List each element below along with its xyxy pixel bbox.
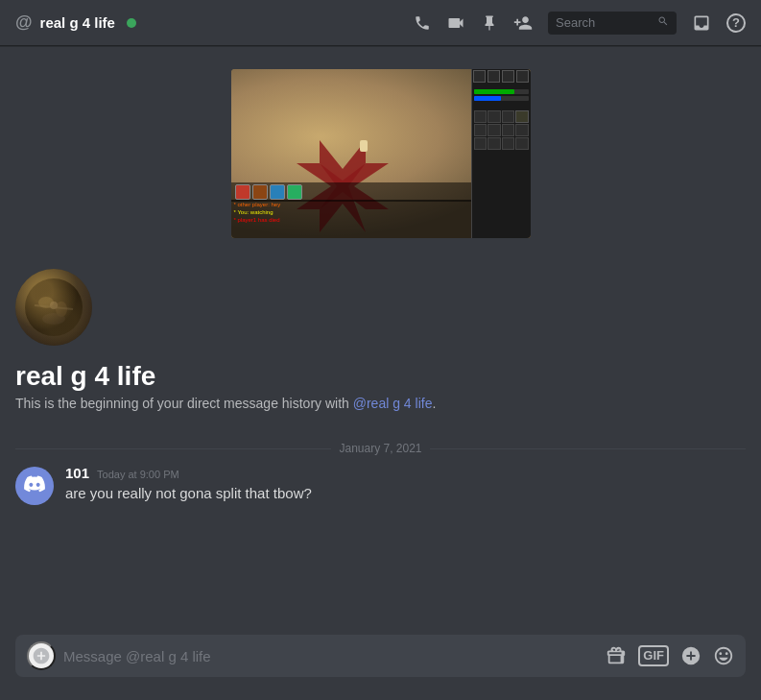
message-timestamp: Today at 9:00 PM [97,469,179,480]
chat-area: * other player: hey * You: watching * pl… [0,46,761,635]
header: @ real g 4 life [0,0,761,46]
svg-point-5 [50,302,58,309]
discord-logo [24,473,45,499]
message-avatar [15,467,54,505]
input-icons: GIF [606,645,734,666]
message-content: 101 Today at 9:00 PM are you really not … [65,465,746,503]
search-icon [657,15,669,30]
help-icon[interactable]: ? [726,13,746,33]
message-input[interactable] [63,648,598,664]
svg-point-2 [25,278,83,336]
phone-icon[interactable] [414,14,431,32]
game-chat-overlay: * other player: hey * You: watching * pl… [231,200,471,238]
svg-point-4 [56,302,67,317]
message-text: are you really not gona split that tbow? [65,483,746,503]
input-area: GIF [0,635,761,700]
date-divider-text: January 7, 2021 [339,442,421,455]
message-header: 101 Today at 9:00 PM [65,465,746,481]
dm-intro: real g 4 life This is the beginning of y… [0,253,761,434]
table-row: 101 Today at 9:00 PM are you really not … [0,463,761,507]
emoji-icon[interactable] [713,645,734,666]
svg-point-3 [38,297,54,308]
game-canvas: * other player: hey * You: watching * pl… [231,69,531,238]
header-icons: ? [414,12,746,35]
add-attachment-button[interactable] [27,641,56,670]
channel-name: real g 4 life [40,14,115,31]
message-input-box: GIF [15,635,746,677]
at-icon: @ [15,12,33,33]
online-status-dot [127,18,136,28]
game-image-container: * other player: hey * You: watching * pl… [0,61,761,253]
svg-line-6 [35,305,73,309]
inbox-icon[interactable] [692,13,711,33]
dm-description: This is the beginning of your direct mes… [15,396,746,411]
game-ui-panel [471,69,531,238]
divider-line-right [430,448,746,449]
date-divider: January 7, 2021 [0,434,761,463]
header-left: @ real g 4 life [15,12,402,33]
game-screenshot: * other player: hey * You: watching * pl… [231,69,531,238]
pin-icon[interactable] [481,14,498,32]
divider-line-left [15,448,331,449]
avatar [15,269,92,346]
gift-icon[interactable] [606,645,627,666]
message-username: 101 [65,465,89,481]
gif-button[interactable]: GIF [638,645,669,666]
video-icon[interactable] [446,13,465,33]
search-input[interactable] [556,15,652,30]
search-box[interactable] [548,12,677,35]
main-content: * other player: hey * You: watching * pl… [0,46,761,700]
dm-username: real g 4 life [15,361,746,392]
svg-point-7 [42,313,65,325]
sticker-icon[interactable] [680,645,702,666]
add-member-icon[interactable] [513,13,533,33]
dm-mention[interactable]: @real g 4 life [353,396,433,411]
